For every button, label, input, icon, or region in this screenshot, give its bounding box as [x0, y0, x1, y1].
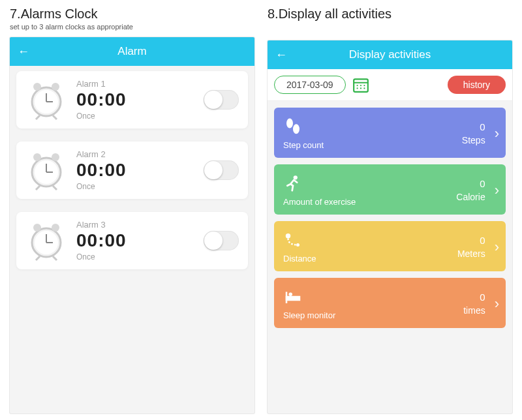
activity-value: 0	[456, 178, 485, 189]
alarm-label: Alarm 1	[76, 79, 194, 89]
svg-point-27	[360, 85, 361, 86]
svg-point-33	[293, 124, 299, 134]
svg-line-7	[53, 115, 57, 119]
alarm-text: Alarm 1 00:00 Once	[76, 79, 194, 121]
alarm-label: Alarm 2	[76, 149, 194, 159]
activity-value: 0	[457, 235, 485, 246]
back-icon[interactable]: ←	[18, 45, 29, 59]
svg-rect-37	[286, 296, 301, 301]
activity-value: 0	[463, 292, 485, 303]
alarm-time: 00:00	[76, 231, 194, 251]
activities-title: Display activities	[268, 48, 512, 61]
svg-point-5	[52, 83, 59, 91]
svg-point-13	[52, 153, 59, 161]
back-icon[interactable]: ←	[275, 48, 287, 62]
alarm-toggle[interactable]	[204, 160, 239, 180]
svg-line-14	[36, 186, 40, 190]
chevron-right-icon: ›	[495, 295, 499, 312]
section-subheading: set up to 3 alarm clocks as appropriate	[10, 23, 254, 31]
svg-line-15	[53, 186, 57, 190]
activities-topbar: ← Display activities	[268, 40, 512, 69]
section-heading: 8.Display all activities	[268, 7, 512, 22]
activities-header: 2017-03-09 history	[268, 69, 512, 101]
svg-point-29	[356, 87, 358, 89]
activity-unit: Calorie	[456, 192, 485, 202]
activity-card-steps[interactable]: Step count 0 Steps ›	[274, 108, 506, 158]
alarm-clock-icon	[25, 79, 67, 121]
svg-line-23	[53, 256, 57, 260]
alarm-topbar: ← Alarm	[10, 37, 254, 66]
alarm-repeat: Once	[76, 182, 194, 191]
svg-point-35	[286, 233, 291, 239]
svg-line-6	[36, 115, 40, 119]
svg-point-31	[363, 87, 365, 89]
alarm-title: Alarm	[10, 45, 254, 58]
svg-point-21	[52, 224, 59, 232]
alarm-label: Alarm 3	[76, 220, 194, 230]
svg-point-30	[360, 87, 361, 89]
activity-unit: Steps	[462, 135, 485, 145]
activity-unit: times	[463, 305, 485, 316]
alarm-repeat: Once	[76, 112, 194, 121]
alarm-card[interactable]: Alarm 2 00:00 Once	[16, 142, 248, 199]
activity-card-distance[interactable]: Distance 0 Meters ›	[274, 221, 506, 271]
activity-label: Sleep monitor	[283, 310, 335, 320]
alarm-screen: ← Alarm Alarm 1 00:00 Onc	[10, 37, 254, 413]
alarm-text: Alarm 3 00:00 Once	[76, 220, 194, 262]
activity-label: Distance	[283, 254, 316, 263]
svg-point-39	[289, 293, 293, 297]
bed-icon	[283, 287, 303, 307]
activity-card-exercise[interactable]: Amount of exercise 0 Calorie ›	[274, 164, 506, 215]
svg-point-32	[286, 119, 293, 128]
activity-label: Amount of exercise	[283, 197, 356, 207]
runner-icon	[283, 173, 303, 193]
chevron-right-icon: ›	[495, 182, 499, 199]
svg-point-26	[356, 85, 358, 86]
alarm-list: Alarm 1 00:00 Once	[10, 66, 254, 413]
activity-unit: Meters	[457, 248, 485, 259]
section-alarms: 7.Alarms Clock set up to 3 alarm clocks …	[10, 7, 254, 413]
calendar-icon[interactable]	[352, 76, 369, 93]
alarm-card[interactable]: Alarm 1 00:00 Once	[16, 71, 248, 128]
alarm-toggle[interactable]	[204, 90, 239, 110]
activity-value: 0	[462, 121, 485, 132]
svg-point-12	[33, 153, 41, 161]
date-selector[interactable]: 2017-03-09	[274, 76, 346, 94]
alarm-clock-icon	[25, 149, 67, 191]
section-heading: 7.Alarms Clock	[10, 7, 254, 22]
alarm-text: Alarm 2 00:00 Once	[76, 149, 194, 191]
alarm-time: 00:00	[76, 90, 194, 110]
route-icon	[283, 230, 303, 250]
footprints-icon	[283, 117, 303, 136]
chevron-right-icon: ›	[495, 239, 499, 256]
svg-line-22	[36, 256, 40, 260]
svg-point-28	[363, 85, 365, 86]
svg-rect-38	[286, 292, 288, 304]
svg-point-20	[33, 224, 41, 232]
chevron-right-icon: ›	[495, 125, 499, 142]
history-button[interactable]: history	[448, 76, 506, 94]
activities-list: Step count 0 Steps › Amount of exercise …	[268, 101, 512, 413]
svg-point-34	[294, 175, 298, 179]
svg-point-4	[33, 83, 41, 91]
activities-screen: ← Display activities 2017-03-09 history …	[268, 40, 512, 413]
activity-label: Step count	[283, 140, 324, 150]
alarm-toggle[interactable]	[204, 231, 239, 250]
svg-point-36	[296, 243, 299, 247]
alarm-card[interactable]: Alarm 3 00:00 Once	[16, 212, 248, 269]
alarm-clock-icon	[25, 220, 67, 262]
section-activities: 8.Display all activities ← Display activ…	[268, 7, 512, 413]
alarm-repeat: Once	[76, 252, 194, 262]
activity-card-sleep[interactable]: Sleep monitor 0 times ›	[274, 278, 506, 328]
alarm-time: 00:00	[76, 160, 194, 181]
